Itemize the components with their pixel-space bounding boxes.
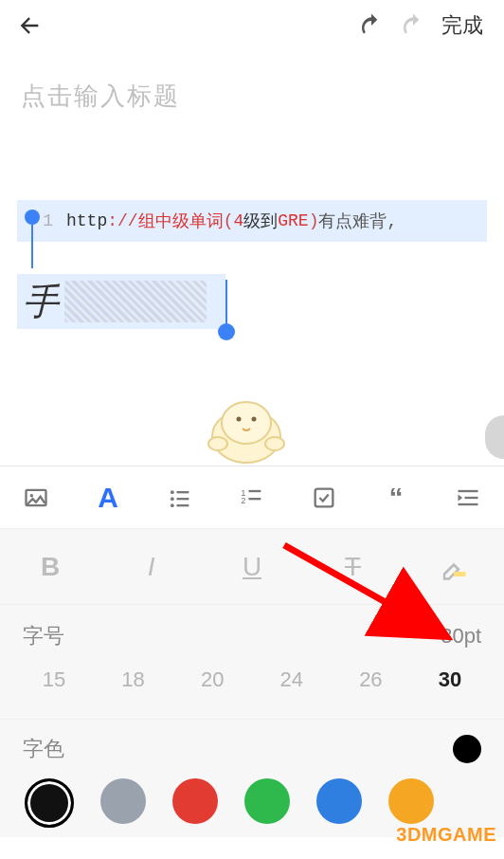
svg-rect-22	[454, 572, 466, 576]
svg-point-10	[171, 497, 174, 501]
selection-start-handle[interactable]	[25, 210, 40, 225]
font-size-24[interactable]: 24	[266, 667, 317, 692]
svg-point-3	[252, 417, 257, 422]
svg-point-7	[30, 493, 33, 497]
insert-image-tab[interactable]	[0, 466, 72, 528]
font-size-20[interactable]: 20	[187, 667, 238, 692]
color-red[interactable]	[172, 778, 218, 824]
color-orange[interactable]	[388, 778, 434, 824]
font-color-current	[453, 735, 481, 763]
redo-button[interactable]	[392, 5, 434, 46]
color-black[interactable]	[25, 778, 74, 828]
svg-rect-21	[459, 503, 478, 504]
code-line[interactable]: 1 http :// 组中级单词 ( 4 级到 GRE ) 有点难背,	[17, 200, 487, 242]
font-size-current: 30pt	[441, 624, 481, 649]
quote-tab[interactable]: “	[360, 466, 432, 528]
highlight-button[interactable]	[404, 529, 504, 604]
svg-rect-11	[177, 498, 189, 500]
numbered-list-tab[interactable]: 12	[216, 466, 288, 528]
indent-tab[interactable]	[432, 466, 504, 528]
font-size-15[interactable]: 15	[28, 667, 80, 692]
title-input[interactable]: 点击输入标题	[21, 80, 483, 113]
bullet-list-tab[interactable]	[144, 466, 216, 528]
svg-text:2: 2	[241, 495, 245, 504]
selection-end-handle[interactable]	[218, 323, 235, 340]
mascot-icon	[199, 381, 294, 468]
italic-button[interactable]: I	[100, 529, 201, 604]
watermark: 3DMGAME	[396, 824, 496, 846]
svg-point-8	[171, 490, 174, 494]
svg-point-12	[171, 503, 174, 507]
svg-point-2	[237, 417, 242, 422]
font-color-label: 字色	[23, 735, 64, 763]
svg-point-1	[222, 402, 271, 444]
color-blue[interactable]	[316, 778, 362, 824]
checkbox-tab[interactable]	[288, 466, 360, 528]
undo-button[interactable]	[351, 5, 392, 46]
font-size-label: 字号	[23, 622, 64, 650]
svg-rect-13	[177, 504, 189, 506]
underline-button[interactable]: U	[202, 529, 302, 604]
text-style-tab[interactable]: A	[72, 466, 144, 528]
font-size-18[interactable]: 18	[108, 667, 159, 692]
bold-button[interactable]: B	[0, 529, 100, 604]
svg-rect-9	[177, 491, 189, 493]
done-button[interactable]: 完成	[434, 11, 491, 40]
color-gray[interactable]	[100, 778, 146, 824]
font-size-26[interactable]: 26	[345, 667, 396, 692]
redacted-area	[64, 281, 207, 322]
font-size-30[interactable]: 30	[424, 667, 476, 692]
svg-rect-17	[249, 498, 261, 500]
handwriting-block[interactable]: 手	[17, 274, 225, 329]
back-button[interactable]	[13, 9, 45, 42]
font-color-list	[23, 778, 481, 828]
strikethrough-button[interactable]: T	[302, 529, 403, 604]
color-green[interactable]	[244, 778, 290, 824]
svg-point-4	[208, 437, 227, 450]
font-size-list: 15 18 20 24 26 30	[23, 667, 481, 713]
svg-rect-20	[465, 496, 478, 498]
svg-rect-19	[459, 489, 478, 491]
svg-rect-18	[315, 488, 333, 506]
svg-rect-15	[249, 489, 261, 491]
hand-char: 手	[23, 278, 59, 326]
svg-point-5	[265, 437, 284, 450]
